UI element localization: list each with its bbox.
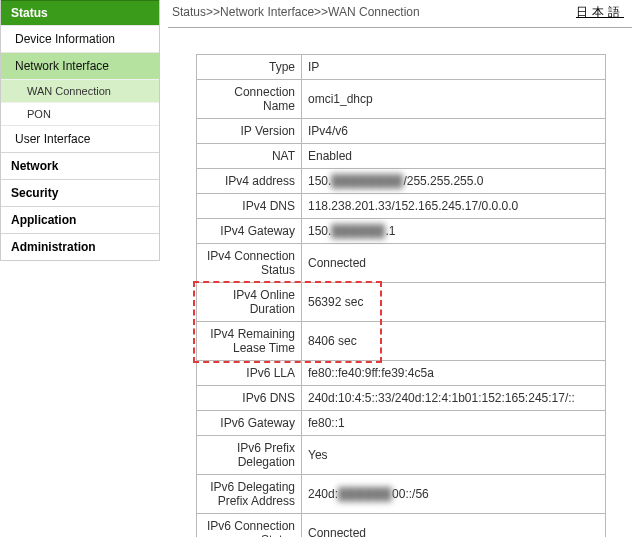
value-ipv6-connection-status: Connected	[302, 514, 606, 538]
redacted: ████████	[331, 174, 403, 188]
label-ipv6-prefix-delegation: IPv6 Prefix Delegation	[197, 436, 302, 475]
row-ipv4-dns: IPv4 DNS 118.238.201.33/152.165.245.17/0…	[197, 194, 606, 219]
label-nat: NAT	[197, 144, 302, 169]
row-type: Type IP	[197, 55, 606, 80]
label-ipv6-connection-status: IPv6 Connection Status	[197, 514, 302, 538]
value-nat: Enabled	[302, 144, 606, 169]
value-ipv6-gateway: fe80::1	[302, 411, 606, 436]
label-ipv4-remaining-lease-time: IPv4 Remaining Lease Time	[197, 322, 302, 361]
row-nat: NAT Enabled	[197, 144, 606, 169]
sidebar-group-administration[interactable]: Administration	[1, 233, 159, 260]
label-ipv4-dns: IPv4 DNS	[197, 194, 302, 219]
label-ipv4-online-duration: IPv4 Online Duration	[197, 283, 302, 322]
row-ipv4-online-duration: IPv4 Online Duration 56392 sec	[197, 283, 606, 322]
value-ipv6-dns: 240d:10:4:5::33/240d:12:4:1b01:152:165:2…	[302, 386, 606, 411]
row-connection-name: Connection Name omci1_dhcp	[197, 80, 606, 119]
label-ipv6-lla: IPv6 LLA	[197, 361, 302, 386]
wan-connection-table: Type IP Connection Name omci1_dhcp IP Ve…	[196, 54, 606, 537]
row-ipv6-prefix-delegation: IPv6 Prefix Delegation Yes	[197, 436, 606, 475]
row-ipv6-dns: IPv6 DNS 240d:10:4:5::33/240d:12:4:1b01:…	[197, 386, 606, 411]
row-ipv6-gateway: IPv6 Gateway fe80::1	[197, 411, 606, 436]
sidebar: Status Device Information Network Interf…	[0, 0, 160, 261]
sidebar-item-user-interface[interactable]: User Interface	[1, 125, 159, 152]
sidebar-header-status[interactable]: Status	[1, 0, 159, 25]
row-ipv6-delegating-prefix-address: IPv6 Delegating Prefix Address 240d:████…	[197, 475, 606, 514]
value-connection-name: omci1_dhcp	[302, 80, 606, 119]
sidebar-group-security[interactable]: Security	[1, 179, 159, 206]
label-ipv4-gateway: IPv4 Gateway	[197, 219, 302, 244]
sidebar-item-network-interface[interactable]: Network Interface	[1, 52, 159, 79]
label-ipv6-delegating-prefix-address: IPv6 Delegating Prefix Address	[197, 475, 302, 514]
redacted: ██████	[331, 224, 385, 238]
value-ipv6-lla: fe80::fe40:9ff:fe39:4c5a	[302, 361, 606, 386]
row-ipv4-address: IPv4 address 150.████████/255.255.255.0	[197, 169, 606, 194]
row-ip-version: IP Version IPv4/v6	[197, 119, 606, 144]
sidebar-group-network[interactable]: Network	[1, 152, 159, 179]
value-ipv4-connection-status: Connected	[302, 244, 606, 283]
label-ipv6-dns: IPv6 DNS	[197, 386, 302, 411]
label-ipv6-gateway: IPv6 Gateway	[197, 411, 302, 436]
row-ipv4-remaining-lease-time: IPv4 Remaining Lease Time 8406 sec	[197, 322, 606, 361]
value-ipv4-dns: 118.238.201.33/152.165.245.17/0.0.0.0	[302, 194, 606, 219]
row-ipv4-gateway: IPv4 Gateway 150.██████.1	[197, 219, 606, 244]
sidebar-item-device-information[interactable]: Device Information	[1, 25, 159, 52]
value-ipv6-prefix-delegation: Yes	[302, 436, 606, 475]
row-ipv6-lla: IPv6 LLA fe80::fe40:9ff:fe39:4c5a	[197, 361, 606, 386]
row-ipv6-connection-status: IPv6 Connection Status Connected	[197, 514, 606, 538]
value-ip-version: IPv4/v6	[302, 119, 606, 144]
sidebar-item-wan-connection[interactable]: WAN Connection	[1, 79, 159, 102]
row-ipv4-connection-status: IPv4 Connection Status Connected	[197, 244, 606, 283]
sidebar-item-pon[interactable]: PON	[1, 102, 159, 125]
label-ipv4-connection-status: IPv4 Connection Status	[197, 244, 302, 283]
label-ip-version: IP Version	[197, 119, 302, 144]
label-type: Type	[197, 55, 302, 80]
value-ipv4-gateway: 150.██████.1	[302, 219, 606, 244]
value-ipv4-remaining-lease-time: 8406 sec	[302, 322, 606, 361]
value-ipv4-online-duration: 56392 sec	[302, 283, 606, 322]
value-ipv6-delegating-prefix-address: 240d:██████00::/56	[302, 475, 606, 514]
value-type: IP	[302, 55, 606, 80]
redacted: ██████	[338, 487, 392, 501]
value-ipv4-address: 150.████████/255.255.255.0	[302, 169, 606, 194]
label-connection-name: Connection Name	[197, 80, 302, 119]
label-ipv4-address: IPv4 address	[197, 169, 302, 194]
main-content: Status>>Network Interface>>WAN Connectio…	[160, 0, 640, 537]
breadcrumb: Status>>Network Interface>>WAN Connectio…	[172, 5, 420, 19]
sidebar-group-application[interactable]: Application	[1, 206, 159, 233]
language-link[interactable]: 日本語	[576, 4, 628, 21]
